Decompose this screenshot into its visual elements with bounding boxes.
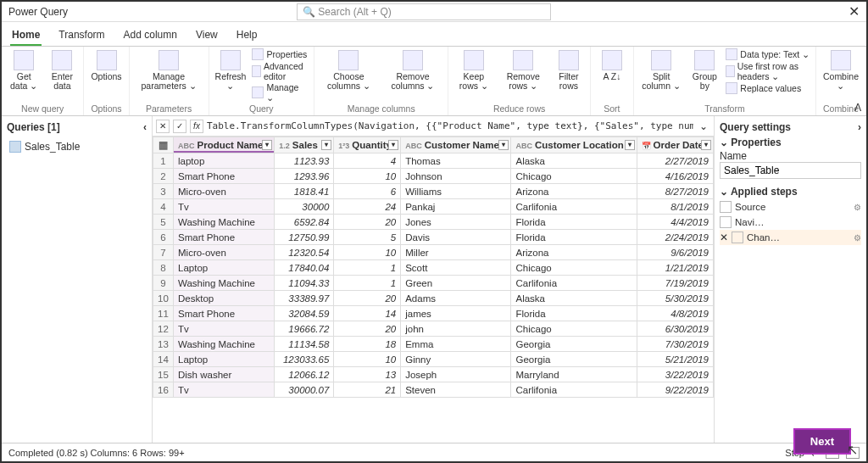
enter-data-button[interactable]: Enter data	[46, 48, 78, 92]
cell[interactable]: Carlifonia	[511, 382, 637, 398]
cell[interactable]: 9/6/2019	[637, 245, 713, 260]
sort-button[interactable]: A Z↓	[596, 48, 628, 83]
cell[interactable]: 18	[334, 337, 401, 352]
row-number[interactable]: 1	[153, 153, 174, 169]
type-icon[interactable]: 1²3	[338, 142, 349, 150]
cell[interactable]: Green	[401, 276, 511, 291]
cell[interactable]: Miller	[401, 245, 511, 260]
table-row[interactable]: 8Laptop17840.041ScottChicago1/21/2019	[153, 260, 714, 276]
formula-confirm-button[interactable]: ✓	[173, 120, 186, 133]
cell[interactable]: 12066.12	[275, 367, 334, 382]
cell[interactable]: Laptop	[174, 260, 275, 276]
tab-help[interactable]: Help	[235, 25, 259, 46]
search-box[interactable]: 🔍 Search (Alt + Q)	[297, 3, 551, 20]
row-number[interactable]: 3	[153, 184, 174, 199]
type-icon[interactable]: ABC	[515, 142, 532, 150]
row-number[interactable]: 12	[153, 321, 174, 337]
cell[interactable]: Dish washer	[174, 367, 275, 382]
column-header[interactable]: 📅Order Date▾	[637, 137, 713, 153]
row-number[interactable]: 6	[153, 230, 174, 245]
cell[interactable]: 9/22/2019	[637, 382, 713, 398]
cell[interactable]: Williams	[401, 184, 511, 199]
cell[interactable]: 7/19/2019	[637, 276, 713, 291]
cell[interactable]: Micro-oven	[174, 245, 275, 260]
cell[interactable]: Micro-oven	[174, 184, 275, 199]
cell[interactable]: john	[401, 321, 511, 337]
cell[interactable]: Florida	[511, 306, 637, 321]
table-row[interactable]: 6Smart Phone12750.995DavisFlorida2/24/20…	[153, 230, 714, 245]
gear-icon[interactable]: ⚙	[854, 233, 861, 243]
table-row[interactable]: 14Laptop123033.6510GinnyGeorgia5/21/2019	[153, 352, 714, 367]
cell[interactable]: 32084.59	[275, 306, 334, 321]
cell[interactable]: 1/21/2019	[637, 260, 713, 276]
applied-step[interactable]: Source⚙	[720, 199, 861, 215]
close-button[interactable]: ✕	[849, 3, 860, 20]
cell[interactable]: 5/21/2019	[637, 352, 713, 367]
cell[interactable]: 11134.58	[275, 337, 334, 352]
filter-dropdown-icon[interactable]: ▾	[498, 140, 509, 150]
cell[interactable]: Marryland	[511, 367, 637, 382]
tab-transform[interactable]: Transform	[57, 25, 106, 46]
delete-step-icon[interactable]: ✕	[720, 232, 728, 243]
filter-dropdown-icon[interactable]: ▾	[625, 140, 635, 150]
cell[interactable]: Arizona	[511, 184, 637, 199]
cell[interactable]: Washing Machine	[174, 276, 275, 291]
applied-steps-section[interactable]: ⌄ Applied steps	[720, 186, 861, 198]
cell[interactable]: james	[401, 306, 511, 321]
filter-dropdown-icon[interactable]: ▾	[701, 140, 711, 150]
row-number[interactable]: 4	[153, 199, 174, 215]
cell[interactable]: Johnson	[401, 169, 511, 184]
cell[interactable]: 13	[334, 367, 401, 382]
combine-button[interactable]: Combine ⌄	[821, 48, 860, 92]
cell[interactable]: Smart Phone	[174, 306, 275, 321]
cell[interactable]: 8/27/2019	[637, 184, 713, 199]
first-row-headers-button[interactable]: Use first row as headers ⌄	[726, 61, 810, 81]
table-row[interactable]: 9Washing Machine11094.331GreenCarlifonia…	[153, 276, 714, 291]
table-row[interactable]: 12Tv19666.7220johnChicago6/30/2019	[153, 321, 714, 337]
cell[interactable]: Joseph	[401, 367, 511, 382]
select-all-cell[interactable]: ▦	[153, 137, 174, 153]
cell[interactable]: 33389.97	[275, 291, 334, 306]
row-number[interactable]: 14	[153, 352, 174, 367]
cell[interactable]: Chicago	[511, 260, 637, 276]
row-number[interactable]: 13	[153, 337, 174, 352]
cell[interactable]: Chicago	[511, 169, 637, 184]
cell[interactable]: Alaska	[511, 291, 637, 306]
cell[interactable]: Georgia	[511, 337, 637, 352]
advanced-editor-button[interactable]: Advanced editor	[252, 61, 309, 81]
properties-section[interactable]: ⌄ Properties	[720, 137, 861, 148]
query-name-input[interactable]	[720, 162, 861, 179]
column-header[interactable]: 1.2Sales▾	[275, 137, 334, 153]
split-column-button[interactable]: Split column ⌄	[639, 48, 683, 92]
remove-rows-button[interactable]: Remove rows ⌄	[498, 48, 547, 92]
cell[interactable]: 11094.33	[275, 276, 334, 291]
cell[interactable]: 4/4/2019	[637, 215, 713, 230]
cell[interactable]: Thomas	[401, 153, 511, 169]
row-number[interactable]: 11	[153, 306, 174, 321]
cell[interactable]: 1818.41	[275, 184, 334, 199]
cell[interactable]: Smart Phone	[174, 230, 275, 245]
cell[interactable]: laptop	[174, 153, 275, 169]
type-icon[interactable]: 1.2	[279, 142, 290, 150]
cell[interactable]: 30000	[275, 199, 334, 215]
table-row[interactable]: 10Desktop33389.9720AdamsAlaska5/30/2019	[153, 291, 714, 306]
manage-button[interactable]: Manage ⌄	[252, 82, 309, 103]
row-number[interactable]: 7	[153, 245, 174, 260]
queries-collapse-button[interactable]: ‹	[143, 121, 147, 133]
row-number[interactable]: 16	[153, 382, 174, 398]
cell[interactable]: 12750.99	[275, 230, 334, 245]
row-number[interactable]: 15	[153, 367, 174, 382]
cell[interactable]: 2/27/2019	[637, 153, 713, 169]
type-icon[interactable]: ABC	[405, 142, 422, 150]
refresh-button[interactable]: Refresh ⌄	[214, 48, 248, 92]
cell[interactable]: 14	[334, 306, 401, 321]
formula-cancel-button[interactable]: ✕	[156, 120, 170, 133]
cell[interactable]: 19666.72	[275, 321, 334, 337]
row-number[interactable]: 10	[153, 291, 174, 306]
settings-expand-button[interactable]: ›	[858, 121, 861, 133]
cell[interactable]: Scott	[401, 260, 511, 276]
tab-view[interactable]: View	[194, 25, 220, 46]
replace-values-button[interactable]: Replace values	[726, 82, 810, 94]
column-header[interactable]: ABCCustomer Name▾	[401, 137, 511, 153]
cell[interactable]: 20	[334, 215, 401, 230]
